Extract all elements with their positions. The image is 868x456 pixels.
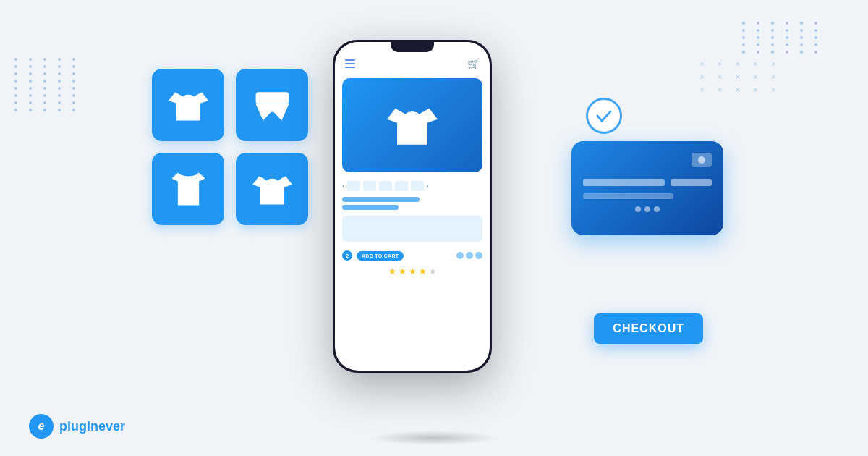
- size-nav-right: ›: [427, 183, 429, 190]
- card-number: [583, 179, 712, 186]
- phone-mockup: 🛒 ‹ ›: [333, 40, 492, 373]
- svg-rect-0: [255, 92, 289, 104]
- card-number-block: [671, 179, 712, 186]
- brand-logo: e pluginever: [29, 414, 125, 439]
- phone-shadow: [369, 431, 499, 445]
- hamburger-icon: [345, 59, 355, 68]
- heart-icon: [456, 252, 464, 259]
- credit-card: [571, 141, 723, 235]
- phone-actions: 2 ADD TO CART: [335, 245, 490, 263]
- cart-icon: 🛒: [467, 58, 480, 69]
- card-chip: [692, 153, 712, 167]
- logo-icon: e: [29, 414, 54, 439]
- main-scene: 🛒 ‹ ›: [109, 25, 760, 431]
- product-name-line: [342, 197, 420, 202]
- size-box: [363, 181, 376, 191]
- card-top: [583, 153, 712, 167]
- tshirt2-icon: [252, 169, 292, 209]
- bg-dots-left: [14, 58, 82, 111]
- clothing-card-shorts: [236, 69, 308, 141]
- product-rating: ★ ★ ★ ★ ★: [335, 263, 490, 279]
- tank-icon: [169, 169, 208, 209]
- tshirt-icon: [169, 85, 208, 125]
- logo-part2: ever: [98, 419, 125, 434]
- phone-screen: 🛒 ‹ ›: [335, 42, 490, 371]
- clothing-cards-grid: [152, 69, 308, 225]
- phone-notch: [391, 42, 434, 52]
- size-nav-left: ‹: [342, 183, 344, 190]
- card-name-line: [583, 193, 673, 199]
- star-5: ★: [429, 266, 437, 276]
- product-info: [335, 194, 490, 213]
- card-dot: [635, 206, 641, 212]
- logo-text: pluginever: [59, 419, 125, 434]
- logo-part1: plugin: [59, 419, 98, 434]
- checkmark-circle: [586, 98, 622, 134]
- add-to-cart-button[interactable]: ADD TO CART: [357, 251, 404, 261]
- star-4: ★: [419, 266, 427, 276]
- size-box: [411, 181, 424, 191]
- star-1: ★: [388, 266, 396, 276]
- card-dots: [583, 206, 712, 212]
- size-box: [395, 181, 408, 191]
- product-tshirt-icon: [387, 100, 438, 151]
- quantity-badge: 2: [342, 250, 352, 261]
- clothing-card-tank: [152, 153, 224, 225]
- size-box: [347, 181, 360, 191]
- clothing-card-tshirt2: [236, 153, 308, 225]
- size-selector: ‹ ›: [335, 175, 490, 194]
- clothing-card-tshirt: [152, 69, 224, 141]
- checkmark-icon: [595, 106, 613, 125]
- product-description: [342, 216, 482, 242]
- card-dot: [654, 206, 660, 212]
- product-price-line: [342, 205, 399, 210]
- size-box: [379, 181, 392, 191]
- heart-icon: [466, 252, 473, 259]
- phone-product-image: [342, 78, 482, 172]
- card-dot: [644, 206, 650, 212]
- star-2: ★: [399, 266, 407, 276]
- checkout-button[interactable]: CHECKOUT: [594, 313, 703, 344]
- wishlist-icons: [456, 252, 482, 259]
- card-number-block: [583, 179, 665, 186]
- share-icon: [475, 252, 482, 259]
- shorts-icon: [252, 85, 292, 125]
- star-3: ★: [409, 266, 417, 276]
